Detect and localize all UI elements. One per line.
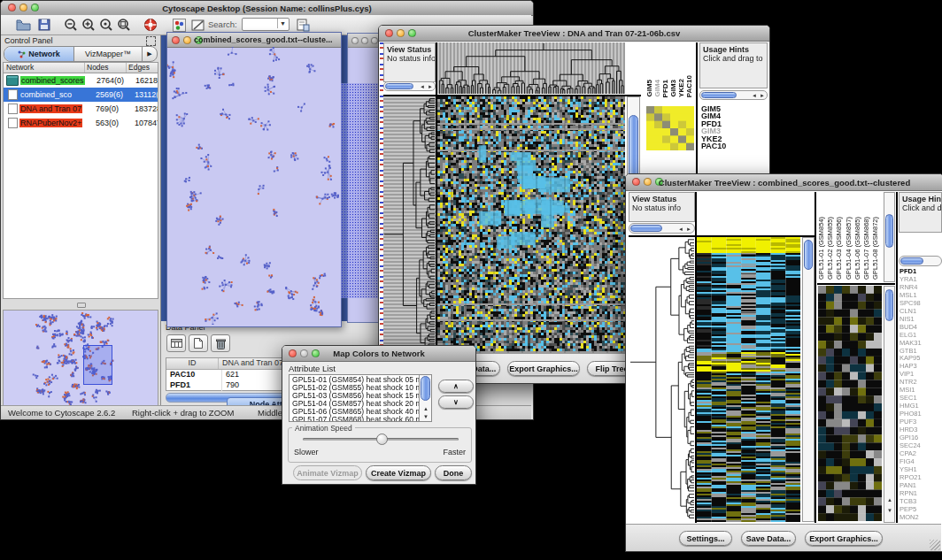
dense-network-cluster	[341, 83, 378, 298]
tv2-collabel-vscroll[interactable]	[884, 192, 895, 282]
tv1-hints-scrollbar[interactable]: ◄ ►	[699, 90, 768, 100]
export-graphics-button[interactable]: Export Graphics...	[507, 361, 580, 376]
tv2-column-label[interactable]: GPL51-02 (GSM855)	[826, 217, 835, 280]
move-up-button[interactable]: ∧	[438, 380, 474, 393]
speed-slider-thumb[interactable]	[376, 433, 388, 445]
tv2-column-label[interactable]: GPL51-06 (GSM865)	[853, 217, 862, 280]
tv2-hints-scrollbar[interactable]	[899, 256, 942, 266]
tv2-column-label[interactable]: GPL51-07 (GSM868)	[862, 217, 871, 280]
save-icon[interactable]	[35, 15, 54, 35]
tv1-column-label[interactable]: GIM5	[645, 80, 653, 97]
zoom-window-icon[interactable]	[371, 37, 378, 44]
zoom-out-icon[interactable]	[61, 15, 81, 35]
tv1-column-label[interactable]: PAC10	[685, 75, 693, 97]
gene-label[interactable]: MON2	[900, 514, 942, 522]
scroll-down-icon[interactable]: ▼	[423, 414, 429, 419]
panel-splitter[interactable]	[3, 301, 158, 309]
scroll-right-icon[interactable]: ►	[760, 93, 765, 98]
tv2-gene-labels: PFD1YRA1RNR4MSL1SPC98CLN1NIS1BUD4ELG1MAK…	[900, 268, 942, 523]
done-button[interactable]: Done	[435, 465, 472, 480]
attribute-list-item[interactable]: GPL51-07 (GSM868) heat shock 60 min	[292, 416, 431, 422]
new-document-icon[interactable]	[189, 334, 208, 352]
treeview2-titlebar[interactable]: ClusterMaker TreeView : combined_scores_…	[626, 174, 942, 191]
tv1-column-label[interactable]: YKE2	[677, 79, 685, 97]
tv2-status-scrollbar[interactable]: ◄ ►	[629, 223, 695, 234]
tv1-column-label[interactable]: GIM3	[669, 80, 677, 97]
tv2-column-label[interactable]: GPL51-01 (GSM854)	[817, 217, 826, 280]
tab-overflow-button[interactable]: ▶	[142, 47, 157, 61]
main-titlebar[interactable]: Cytoscape Desktop (Session Name: collins…	[1, 1, 533, 16]
network-table-row[interactable]: DNA and Tran 07 769(0) 183728(0)	[4, 102, 158, 116]
dialog-title: Map Colors to Network	[282, 349, 475, 358]
network-view-window[interactable]: combined_scores_good.txt--cluste...	[166, 32, 342, 327]
slower-label: Slower	[294, 448, 319, 456]
treeview2-title: ClusterMaker TreeView : combined_scores_…	[626, 178, 942, 188]
tv1-usage-hints: Usage HintsClick and drag to	[699, 42, 768, 88]
tv2-heatmap[interactable]	[697, 237, 800, 522]
zoom-fit-icon[interactable]	[114, 15, 134, 35]
tv2-zoom-vscroll[interactable]: ▲ ▼	[884, 286, 895, 523]
zoom-in-icon[interactable]	[79, 15, 98, 35]
minimize-icon[interactable]	[183, 36, 191, 44]
save-data-button[interactable]: Save Data...	[741, 531, 796, 546]
scroll-right-icon[interactable]: ►	[686, 226, 691, 232]
tv2-heatmap-vscroll[interactable]	[802, 237, 815, 522]
tv2-zoom-heatmap[interactable]	[818, 286, 882, 521]
delete-trash-icon[interactable]	[211, 334, 230, 352]
settings-button[interactable]: Settings...	[679, 531, 732, 546]
scroll-left-icon[interactable]: ◄	[420, 84, 425, 89]
export-graphics-button[interactable]: Export Graphics...	[805, 531, 883, 546]
tv1-row-dendrogram[interactable]	[383, 96, 436, 353]
minimize-icon[interactable]	[361, 37, 368, 44]
tv2-row-dendrogram[interactable]	[629, 236, 695, 521]
network-canvas[interactable]	[167, 47, 339, 325]
animate-vizmap-button[interactable]: Animate Vizmap	[293, 465, 362, 480]
scroll-left-icon[interactable]: ◄	[678, 226, 683, 232]
tv1-row-label[interactable]: PAC10	[701, 142, 767, 150]
close-icon[interactable]	[351, 37, 359, 44]
control-panel-tabs: Network VizMapper™ ▶	[4, 46, 158, 62]
close-icon[interactable]	[172, 36, 180, 44]
column-header-network[interactable]: Network	[4, 63, 85, 73]
move-down-button[interactable]: ∨	[438, 395, 474, 409]
zoom-selected-icon[interactable]	[97, 15, 116, 35]
dialog-titlebar[interactable]: Map Colors to Network	[282, 346, 475, 362]
chevron-down-icon[interactable]: ▼	[277, 19, 288, 28]
scroll-up-icon[interactable]: ▲	[423, 406, 429, 411]
network-table-row[interactable]: combined_scores 2764(0) 16218(0)	[4, 73, 158, 88]
tv2-column-label[interactable]: GPL51-03 (GSM856)	[835, 217, 844, 280]
tv1-column-label[interactable]: PFD1	[661, 80, 669, 97]
scroll-down-icon[interactable]: ▼	[887, 508, 892, 513]
scroll-right-icon[interactable]: ►	[428, 84, 433, 89]
float-panel-icon[interactable]	[146, 36, 156, 46]
tv1-column-dendrogram[interactable]	[437, 42, 625, 94]
create-vizmap-button[interactable]: Create Vizmap	[366, 465, 431, 480]
tv1-heatmap[interactable]	[437, 96, 625, 353]
attribute-listbox[interactable]: GPL51-01 (GSM854) heat shock 05 minGPL51…	[289, 374, 432, 422]
tv1-column-label[interactable]: GIM4	[653, 80, 661, 97]
resize-grip[interactable]	[930, 540, 940, 550]
network-table-row[interactable]: combined_sco 2569(6) 13112(15)	[4, 88, 158, 102]
overview-viewport[interactable]	[83, 345, 112, 385]
network-overview[interactable]	[3, 310, 158, 409]
column-header-id[interactable]: ID	[166, 358, 219, 369]
open-icon[interactable]	[13, 15, 33, 35]
treeview1-titlebar[interactable]: ClusterMaker TreeView : DNA and Tran 07-…	[379, 26, 769, 42]
scroll-up-icon[interactable]: ▲	[887, 497, 892, 502]
tab-network[interactable]: Network	[4, 47, 74, 61]
network-view-titlebar[interactable]: combined_scores_good.txt--cluste...	[167, 33, 341, 48]
table-icon[interactable]	[166, 334, 186, 352]
network-table-header: Network Nodes Edges	[3, 62, 158, 73]
tab-vizmapper[interactable]: VizMapper™	[74, 47, 142, 61]
tv2-column-label[interactable]: GPL51-08 (GSM872)	[871, 217, 880, 280]
column-header-edges[interactable]: Edges	[127, 63, 158, 73]
scroll-left-icon[interactable]: ◄	[752, 93, 757, 98]
search-input[interactable]: ▼	[242, 18, 290, 31]
help-ring-icon[interactable]	[141, 15, 160, 35]
network-table: combined_scores 2764(0) 16218(0) combine…	[3, 73, 158, 299]
tv2-column-label[interactable]: GPL51-04 (GSM857)	[845, 217, 853, 280]
tv1-similarity-matrix[interactable]	[646, 106, 694, 150]
column-header-nodes[interactable]: Nodes	[85, 63, 127, 73]
network-table-row[interactable]: RNAPuberNov2+ 563(0) 107847(0)	[4, 116, 158, 130]
tv1-status-scrollbar[interactable]: ◄ ►	[383, 81, 436, 91]
